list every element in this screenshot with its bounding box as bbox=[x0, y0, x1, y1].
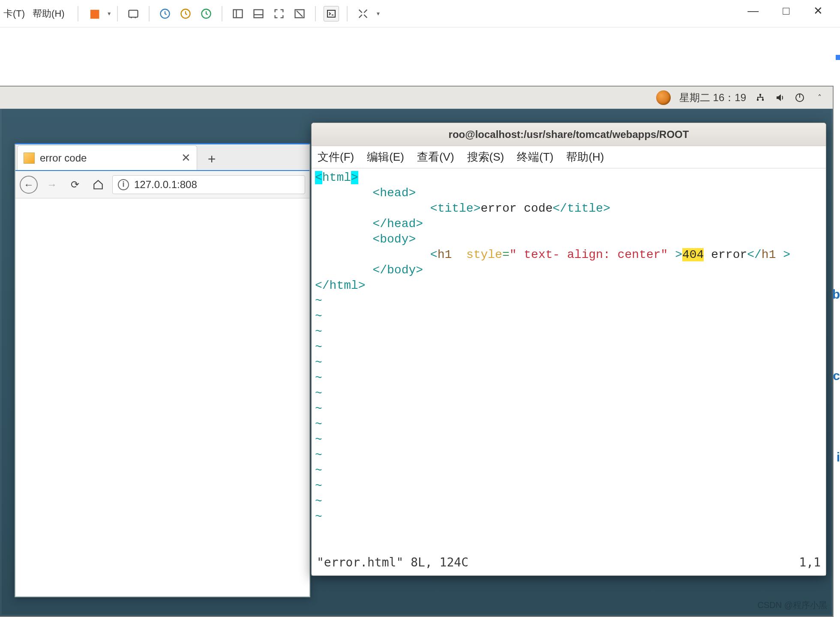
vm-viewport: 星期二 16：19 ˄ error code ✕ + ← → ⟳ bbox=[0, 60, 840, 617]
toolbar-separator bbox=[78, 6, 78, 21]
toolbar-separator bbox=[149, 6, 150, 21]
svg-line-9 bbox=[297, 11, 303, 17]
forward-button[interactable]: → bbox=[43, 176, 61, 194]
fullscreen-icon[interactable] bbox=[271, 6, 287, 21]
snapshot-icon[interactable] bbox=[157, 6, 173, 21]
url-text: 127.0.0.1:808 bbox=[134, 179, 197, 191]
cropped-text: i bbox=[837, 450, 840, 464]
vim-tilde: ~ bbox=[315, 479, 821, 494]
svg-rect-6 bbox=[254, 9, 263, 18]
unity-icon[interactable] bbox=[292, 6, 307, 21]
menu-edit[interactable]: 编辑(E) bbox=[367, 150, 404, 165]
vim-status-pos: 1,1 bbox=[799, 555, 821, 570]
terminal-body[interactable]: <html> <head> <title>error code</title> … bbox=[312, 168, 826, 575]
terminal-window: roo@localhost:/usr/share/tomcat/webapps/… bbox=[311, 123, 826, 576]
toolbar-separator bbox=[222, 6, 222, 21]
vim-status-file: "error.html" 8L, 124C bbox=[317, 555, 468, 570]
svg-rect-10 bbox=[327, 10, 335, 17]
toolbar-separator bbox=[117, 6, 118, 21]
toolbar-separator bbox=[315, 6, 316, 21]
code-line: <head> bbox=[315, 186, 821, 201]
svg-rect-11 bbox=[759, 94, 761, 96]
gnome-top-bar: 星期二 16：19 ˄ bbox=[0, 87, 833, 109]
menu-help[interactable]: 帮助(H) bbox=[33, 7, 65, 20]
menu-file[interactable]: 文件(F) bbox=[318, 150, 354, 165]
menu-terminal[interactable]: 终端(T) bbox=[517, 150, 553, 165]
reload-button[interactable]: ⟳ bbox=[66, 176, 84, 194]
code-line: <body> bbox=[315, 232, 821, 247]
terminal-title: roo@localhost:/usr/share/tomcat/webapps/… bbox=[312, 123, 826, 146]
layout-sidebar-icon[interactable] bbox=[230, 6, 246, 21]
watermark: CSDN @程序小黑 bbox=[757, 599, 827, 611]
vim-tilde: ~ bbox=[315, 355, 821, 371]
menu-help[interactable]: 帮助(H) bbox=[566, 150, 604, 165]
firefox-navbar: ← → ⟳ i 127.0.0.1:808 bbox=[15, 171, 309, 198]
volume-icon[interactable] bbox=[774, 92, 786, 103]
vim-tilde: ~ bbox=[315, 309, 821, 324]
url-bar[interactable]: i 127.0.0.1:808 bbox=[112, 175, 305, 194]
cropped-text: b bbox=[832, 287, 840, 302]
menu-view[interactable]: 查看(V) bbox=[417, 150, 454, 165]
code-line: </html> bbox=[315, 278, 821, 294]
layout-bottom-icon[interactable] bbox=[251, 6, 266, 21]
chevron-down-icon[interactable]: ▼ bbox=[376, 11, 381, 17]
stretch-icon[interactable] bbox=[355, 6, 371, 21]
vim-tilde: ~ bbox=[315, 401, 821, 417]
cropped-text: c bbox=[833, 368, 840, 383]
console-icon[interactable] bbox=[324, 6, 339, 21]
new-tab-button[interactable]: + bbox=[201, 148, 223, 170]
minimize-button[interactable]: — bbox=[747, 4, 759, 18]
vim-tilde: ~ bbox=[315, 417, 821, 432]
info-icon[interactable]: i bbox=[118, 179, 129, 190]
vim-tilde: ~ bbox=[315, 448, 821, 463]
firefox-window: error code ✕ + ← → ⟳ i 127.0.0.1:808 bbox=[15, 143, 310, 597]
vim-tilde: ~ bbox=[315, 294, 821, 309]
menu-search[interactable]: 搜索(S) bbox=[467, 150, 504, 165]
firefox-content bbox=[15, 199, 309, 596]
svg-rect-13 bbox=[762, 99, 764, 101]
vim-tilde: ~ bbox=[315, 509, 821, 525]
firefox-tabbar: error code ✕ + bbox=[15, 144, 309, 171]
maximize-button[interactable]: □ bbox=[783, 4, 789, 18]
power-icon[interactable] bbox=[794, 92, 805, 103]
code-line: </head> bbox=[315, 216, 821, 232]
tab-title: error code bbox=[40, 152, 87, 164]
terminal-menubar: 文件(F) 编辑(E) 查看(V) 搜索(S) 终端(T) 帮助(H) bbox=[312, 146, 826, 168]
send-key-icon[interactable] bbox=[126, 6, 141, 21]
vim-tilde: ~ bbox=[315, 386, 821, 401]
host-window-controls: — □ ✕ bbox=[747, 0, 840, 21]
code-line: <h1 style=" text- align: center" >404 er… bbox=[315, 247, 821, 263]
back-button[interactable]: ← bbox=[20, 176, 38, 194]
pause-icon[interactable]: ▮▮ bbox=[86, 6, 102, 21]
chevron-down-icon[interactable]: ▼ bbox=[107, 11, 112, 17]
vim-status: "error.html" 8L, 124C 1,1 bbox=[317, 555, 821, 570]
browser-tab[interactable]: error code ✕ bbox=[17, 145, 197, 170]
host-toolbar: 卡(T) 帮助(H) ▮▮ ▼ ▼ bbox=[0, 0, 840, 27]
favicon-icon bbox=[24, 153, 35, 164]
snapshot-manage-icon[interactable] bbox=[198, 6, 214, 21]
code-line: <html> bbox=[315, 170, 821, 186]
vim-tilde: ~ bbox=[315, 371, 821, 386]
places-icon[interactable] bbox=[656, 90, 671, 105]
close-button[interactable]: ✕ bbox=[813, 4, 823, 18]
code-line: </body> bbox=[315, 263, 821, 278]
code-line: <title>error code</title> bbox=[315, 201, 821, 216]
tab-close-icon[interactable]: ✕ bbox=[181, 151, 191, 165]
guest-desktop: 星期二 16：19 ˄ error code ✕ + ← → ⟳ bbox=[0, 86, 834, 617]
svg-rect-4 bbox=[233, 9, 242, 18]
svg-rect-12 bbox=[757, 99, 759, 101]
network-icon[interactable] bbox=[755, 92, 766, 103]
vim-tilde: ~ bbox=[315, 324, 821, 340]
home-button[interactable] bbox=[89, 176, 107, 194]
toolbar-separator bbox=[347, 6, 348, 21]
clock-label[interactable]: 星期二 16：19 bbox=[679, 91, 746, 105]
vim-tilde: ~ bbox=[315, 494, 821, 509]
menu-card[interactable]: 卡(T) bbox=[3, 7, 25, 20]
chevron-up-icon[interactable]: ˄ bbox=[814, 92, 825, 103]
vim-tilde: ~ bbox=[315, 432, 821, 448]
snapshot-take-icon[interactable] bbox=[178, 6, 193, 21]
vim-tilde: ~ bbox=[315, 463, 821, 479]
vim-tilde: ~ bbox=[315, 340, 821, 355]
svg-rect-0 bbox=[129, 10, 138, 17]
